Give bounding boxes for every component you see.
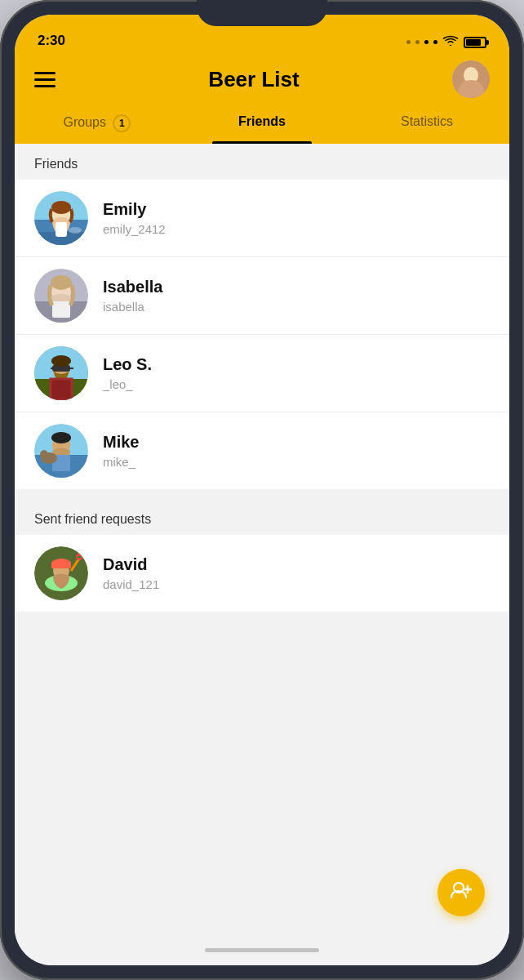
avatar xyxy=(34,546,88,600)
user-handle: emily_2412 xyxy=(103,222,166,236)
signal-dot-3 xyxy=(424,40,429,44)
app-header: Beer List xyxy=(15,54,509,98)
status-icons xyxy=(406,35,486,49)
svg-point-28 xyxy=(51,432,71,443)
phone-frame: 2:30 xyxy=(0,0,524,980)
add-friend-fab[interactable] xyxy=(437,869,485,916)
signal-dot-4 xyxy=(433,40,437,44)
user-handle: david_121 xyxy=(103,577,159,591)
svg-point-30 xyxy=(40,450,48,460)
status-time: 2:30 xyxy=(38,33,65,49)
user-info: Leo S. _leo_ xyxy=(103,355,152,391)
list-item[interactable]: Emily emily_2412 xyxy=(15,180,509,257)
section-gap xyxy=(15,489,509,499)
list-item[interactable]: Mike mike_ xyxy=(15,412,509,489)
signal-dot-2 xyxy=(415,40,420,44)
svg-rect-7 xyxy=(56,222,67,237)
user-avatar-button[interactable] xyxy=(452,60,490,98)
svg-rect-36 xyxy=(51,564,71,568)
svg-point-9 xyxy=(51,201,71,214)
sent-requests-section-header: Sent friend requests xyxy=(15,499,509,535)
svg-rect-21 xyxy=(51,379,72,400)
list-item[interactable]: Isabella isabella xyxy=(15,257,509,335)
avatar xyxy=(34,269,88,323)
svg-rect-13 xyxy=(52,301,70,318)
tab-friends[interactable]: Friends xyxy=(180,106,344,144)
user-handle: _leo_ xyxy=(103,377,152,391)
phone-screen: 2:30 xyxy=(15,15,509,965)
add-friend-icon xyxy=(451,881,472,904)
tab-statistics[interactable]: Statistics xyxy=(344,106,509,144)
user-name: Leo S. xyxy=(103,355,152,374)
user-name: Isabella xyxy=(103,278,162,296)
list-item[interactable]: David david_121 xyxy=(15,535,509,612)
svg-point-8 xyxy=(69,227,82,234)
avatar xyxy=(34,191,88,245)
user-name: Emily xyxy=(103,200,166,219)
home-indicator xyxy=(205,948,319,952)
svg-point-23 xyxy=(51,355,71,367)
user-info: Isabella isabella xyxy=(103,278,162,314)
app-title: Beer List xyxy=(208,67,299,92)
menu-button[interactable] xyxy=(34,72,56,87)
groups-badge: 1 xyxy=(113,114,131,132)
user-name: David xyxy=(103,555,159,574)
friends-section-header: Friends xyxy=(15,144,509,180)
user-info: Mike mike_ xyxy=(103,433,139,469)
avatar xyxy=(34,424,88,478)
tab-bar: Groups 1 Friends Statistics xyxy=(15,98,509,144)
user-handle: isabella xyxy=(103,300,162,314)
user-info: David david_121 xyxy=(103,555,159,591)
wifi-icon xyxy=(442,35,459,49)
user-handle: mike_ xyxy=(103,455,139,469)
tab-groups[interactable]: Groups 1 xyxy=(15,106,180,144)
avatar xyxy=(34,346,88,400)
friends-list: Emily emily_2412 xyxy=(15,180,509,489)
main-content: Friends xyxy=(15,144,509,965)
battery-icon xyxy=(464,37,486,48)
notch xyxy=(197,0,327,26)
user-info: Emily emily_2412 xyxy=(103,200,166,236)
signal-dot-1 xyxy=(406,40,411,44)
user-name: Mike xyxy=(103,433,139,452)
list-item[interactable]: Leo S. _leo_ xyxy=(15,335,509,412)
sent-requests-list: David david_121 xyxy=(15,535,509,612)
